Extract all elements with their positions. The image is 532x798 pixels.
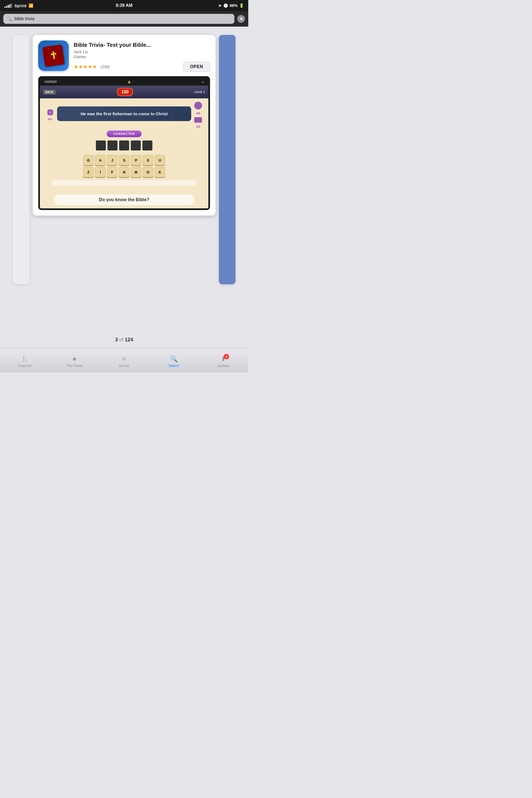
top-charts-icon: ★ [72,356,77,363]
tab-search-label: Search [169,364,179,368]
category-button[interactable]: CHARACTER [107,131,142,137]
key-J[interactable]: J [107,155,117,166]
tab-featured-label: Featured [18,364,32,368]
key-K[interactable]: K [155,167,165,177]
search-tab-icon: 🔍 [170,356,177,363]
answer-box-5 [142,140,152,150]
key-A[interactable]: A [95,155,106,166]
game-back-button[interactable]: BACK [43,90,56,94]
answer-boxes [43,140,205,150]
pagination: 3 of 124 [0,332,248,346]
battery-icon: 🔋 [239,3,244,8]
updates-icon-wrapper: ⬇ 4 [221,356,226,363]
answer-box-3 [119,140,129,150]
search-bar-container: 🔍 bible trivia ✕ [0,11,248,26]
prev-card-peek[interactable] [13,35,30,284]
tab-genius-label: Genius [119,364,129,368]
app-title: Bible Trivia- Test your Bible... [74,41,210,49]
rating-count: (230) [100,64,110,69]
key-U[interactable]: U [155,155,165,166]
game-level: Level 1 [194,90,205,94]
carrier-label: Sprint [14,3,26,8]
status-bar: Sprint 📶 9:39 AM ➤ 🕐 88% 🔋 [0,0,248,11]
battery-label: 88% [230,3,238,8]
game-tagline: Do you know the Bible? [99,197,149,202]
updates-badge: 4 [224,354,229,359]
tab-updates-label: Updates [217,364,230,368]
answer-box-2 [108,140,117,150]
key-S1[interactable]: S [119,155,129,166]
key-M[interactable]: M [131,167,141,177]
answer-box-4 [131,140,141,150]
key-S2[interactable]: S [143,155,153,166]
location-icon: ➤ [218,3,222,8]
answer-box-1 [96,140,106,150]
key-I[interactable]: I [95,167,106,177]
alarm-icon: 🕐 [223,3,228,8]
tab-genius[interactable]: ⚛ Genius [99,348,149,373]
open-button[interactable]: OPEN [183,62,210,72]
key-G[interactable]: G [83,155,94,166]
key-N[interactable]: N [119,167,129,177]
key-F[interactable]: F [107,167,117,177]
phone-top-bar: CARRIER 🔒 ▭ [40,78,208,86]
game-header: BACK 100 Level 1 [40,86,208,98]
key-Z[interactable]: Z [83,167,94,177]
content-area: ✝ Bible Trivia- Test your Bible... Jack … [0,26,248,332]
phone-carrier: CARRIER [44,80,57,83]
phone-screen: BACK 100 Level 1 ✓ 60• [40,86,208,208]
status-right: ➤ 🕐 88% 🔋 [218,3,244,8]
app-icon: ✝ [38,40,69,71]
search-icon: 🔍 [7,16,12,22]
game-question-box: He was the first fisherman to come to Ch… [57,107,191,121]
tab-featured[interactable]: 🍴 Featured [0,348,50,373]
app-info: Bible Trivia- Test your Bible... Jack Li… [74,40,210,72]
tab-bar: 🍴 Featured ★ Top Charts ⚛ Genius 🔍 Searc… [0,348,248,373]
main-card: ✝ Bible Trivia- Test your Bible... Jack … [33,35,215,215]
search-bar[interactable]: 🔍 bible trivia [3,14,234,24]
wifi-icon: 📶 [28,3,33,8]
app-icon-book: ✝ [42,44,64,67]
game-tagline-area: Do you know the Bible? [54,194,194,205]
screenshot-wrapper: CARRIER 🔒 ▭ BACK 100 Level 1 [38,76,210,210]
game-score: 100 [117,88,133,96]
tab-top-charts-label: Top Charts [66,364,82,368]
key-P[interactable]: P [131,155,141,166]
app-meta-row: ★★★★★ (230) OPEN [74,62,210,72]
app-author: Jack Liu [74,50,210,54]
rating-stars: ★★★★★ [74,64,97,70]
phone-battery-small: ▭ [202,80,204,83]
signal-bars-icon [4,3,12,8]
featured-icon: 🍴 [21,356,28,363]
page-current: 3 [115,337,118,342]
tab-search[interactable]: 🔍 Search [149,348,199,373]
keyboard-row-1: G A J S P S U [43,155,205,166]
cards-row: ✝ Bible Trivia- Test your Bible... Jack … [0,35,248,284]
game-content: ✓ 60• He was the first fisherman to come… [40,98,208,189]
tab-top-charts[interactable]: ★ Top Charts [50,348,99,373]
genius-icon: ⚛ [121,356,127,363]
keyboard-row-2: Z I F N M O K [43,167,205,177]
search-input[interactable]: bible trivia [14,16,231,21]
app-header: ✝ Bible Trivia- Test your Bible... Jack … [33,35,215,76]
app-category: Games [74,55,210,59]
cross-icon: ✝ [49,49,58,62]
status-time: 9:39 AM [116,3,133,8]
screenshot-section: CARRIER 🔒 ▭ BACK 100 Level 1 [33,76,215,215]
clear-search-button[interactable]: ✕ [237,15,245,23]
key-O[interactable]: O [143,167,153,177]
phone-lock-icon: 🔒 [128,80,131,83]
page-total: 124 [125,337,133,342]
page-of: of [119,337,125,342]
tab-updates[interactable]: ⬇ 4 Updates [199,348,248,373]
status-left: Sprint 📶 [4,3,33,8]
next-card-peek[interactable] [219,35,235,284]
